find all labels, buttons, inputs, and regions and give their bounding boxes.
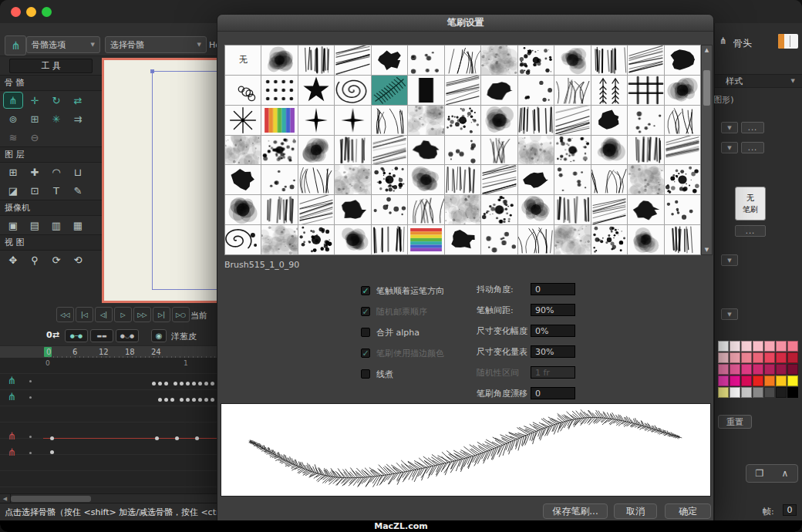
keyframe-dot[interactable]: [192, 382, 196, 386]
brush-swatch[interactable]: [628, 195, 663, 224]
frame-zero-control[interactable]: 0⇄: [46, 330, 59, 340]
brush-swatch[interactable]: [518, 225, 554, 254]
keyframe-dot[interactable]: [155, 436, 159, 440]
layer-fill-tool[interactable]: ⊔: [69, 164, 87, 180]
stroke-color-dropdown[interactable]: ▼: [721, 142, 738, 153]
brush-swatch[interactable]: [335, 136, 370, 165]
keyframe-dot[interactable]: [174, 382, 177, 386]
brush-swatch[interactable]: [518, 165, 554, 194]
brush-swatch[interactable]: [298, 136, 334, 165]
keyframe-dot[interactable]: [195, 436, 199, 440]
brush-swatch[interactable]: [408, 45, 443, 75]
brush-swatch[interactable]: [554, 165, 590, 194]
brush-swatch[interactable]: [665, 225, 700, 254]
document-canvas[interactable]: [102, 58, 234, 303]
brush-swatch[interactable]: [372, 136, 407, 165]
brush-swatch[interactable]: [408, 76, 443, 105]
brush-swatch[interactable]: [628, 136, 663, 165]
color-swatch[interactable]: [753, 387, 763, 398]
brush-swatch[interactable]: [408, 136, 443, 165]
color-swatch[interactable]: [718, 387, 729, 398]
keyframe-dot[interactable]: [211, 382, 214, 386]
brush-swatch[interactable]: [518, 106, 554, 135]
color-swatch[interactable]: [787, 364, 798, 375]
keyframe-dot[interactable]: [164, 398, 168, 402]
step-back-button[interactable]: |◁: [76, 307, 93, 322]
scroll-left-icon[interactable]: ◀: [0, 494, 11, 503]
brush-swatch[interactable]: [665, 76, 700, 105]
brush-swatch[interactable]: [261, 106, 297, 135]
brush-swatch[interactable]: [518, 136, 554, 165]
field-input[interactable]: 0: [531, 283, 575, 295]
orbit-view-tool[interactable]: ⟲: [69, 252, 87, 268]
brush-swatch[interactable]: [628, 165, 663, 194]
jump-end-button[interactable]: ▷|: [153, 307, 170, 322]
keyframe-dot[interactable]: [211, 398, 214, 402]
brush-swatch[interactable]: [445, 225, 480, 254]
brush-swatch[interactable]: [591, 45, 627, 75]
brush-swatch[interactable]: [408, 106, 443, 135]
bone-constraints-tool[interactable]: ⇉: [69, 111, 87, 126]
brush-swatch[interactable]: [261, 165, 297, 194]
brush-swatch[interactable]: [408, 195, 443, 224]
keyframe-dot[interactable]: [158, 382, 162, 386]
keyframe-dot[interactable]: [204, 382, 208, 386]
brush-swatch[interactable]: [665, 106, 700, 135]
color-swatch[interactable]: [776, 341, 787, 352]
current-tool-icon[interactable]: ⋔: [5, 35, 26, 56]
color-swatch[interactable]: [741, 352, 752, 363]
expand-up-icon[interactable]: ∧: [782, 468, 789, 479]
brush-swatch[interactable]: [298, 106, 334, 135]
float-panel-icon[interactable]: ❐: [756, 468, 764, 479]
translate-layer-tool[interactable]: ✚: [25, 164, 44, 180]
add-layer-tool[interactable]: ⊞: [4, 164, 22, 180]
brush-swatch[interactable]: [298, 76, 334, 105]
brush-swatch[interactable]: [481, 45, 517, 75]
brush-swatch[interactable]: [665, 45, 700, 75]
color-swatch[interactable]: [764, 364, 775, 375]
bone-channel-icon[interactable]: ⋔: [8, 446, 16, 458]
bind-points-tool[interactable]: ⊞: [25, 111, 44, 126]
brush-swatch[interactable]: [335, 106, 370, 135]
brush-option-checkbox[interactable]: 合并 alpha: [361, 326, 420, 338]
color-swatch[interactable]: [730, 375, 740, 386]
brush-option-checkbox[interactable]: 线煮: [361, 368, 393, 380]
brush-swatch[interactable]: [481, 225, 517, 254]
color-swatch[interactable]: [787, 341, 798, 352]
ok-button[interactable]: 确定: [665, 503, 711, 519]
line-width-dropdown[interactable]: ▼: [721, 254, 738, 266]
brush-swatch[interactable]: [298, 225, 334, 254]
library-book-icon[interactable]: [778, 34, 798, 49]
rotate-bone-tool[interactable]: ↻: [47, 93, 66, 108]
brush-swatch[interactable]: [591, 165, 627, 194]
brush-swatch[interactable]: [261, 76, 297, 105]
color-swatch[interactable]: [753, 352, 763, 363]
field-input[interactable]: 0: [531, 387, 575, 399]
brush-swatch[interactable]: [518, 195, 554, 224]
brush-swatch[interactable]: [665, 195, 700, 224]
keyframe-dot[interactable]: [152, 382, 156, 386]
color-swatch[interactable]: [764, 341, 775, 352]
checkbox-icon[interactable]: ✓: [361, 307, 370, 316]
brush-swatch[interactable]: [372, 45, 407, 75]
brush-swatch[interactable]: [372, 106, 407, 135]
bind-layer-tool[interactable]: ✳: [47, 111, 66, 126]
zoom-window-button[interactable]: [42, 7, 52, 17]
keyframe-dot[interactable]: [192, 398, 196, 402]
frame-field-value[interactable]: 0: [783, 504, 797, 516]
scroll-up-icon[interactable]: ▲: [702, 45, 712, 55]
brush-swatch[interactable]: [445, 45, 480, 75]
duplicate-layer-tool[interactable]: ⊡: [25, 183, 44, 198]
cancel-button[interactable]: 取消: [614, 503, 657, 519]
color-swatch[interactable]: [741, 375, 752, 386]
color-swatch[interactable]: [718, 352, 729, 363]
keyframe-dot[interactable]: [50, 450, 54, 454]
brush-swatch[interactable]: [628, 106, 663, 135]
brush-swatch[interactable]: [225, 225, 261, 254]
keyframe-dot[interactable]: [186, 398, 190, 402]
no-brush-button[interactable]: 无 笔刷: [735, 187, 766, 221]
jump-start-button[interactable]: ◁◁: [56, 307, 74, 322]
vscroll-thumb[interactable]: [703, 70, 710, 106]
color-swatch[interactable]: [753, 364, 763, 375]
keyframe-dot[interactable]: [164, 382, 168, 386]
